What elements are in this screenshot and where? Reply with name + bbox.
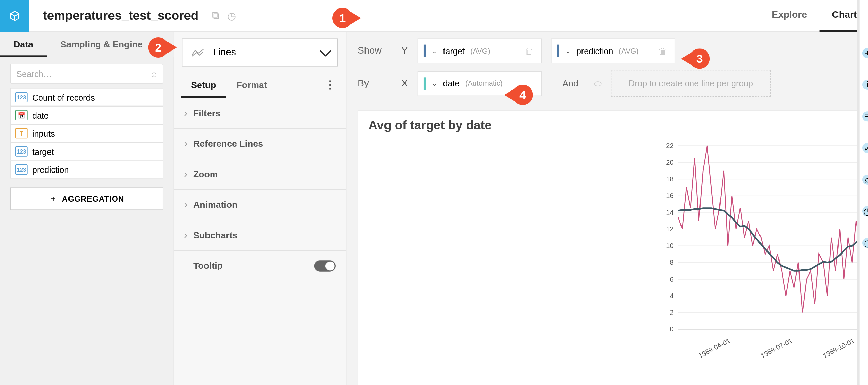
- main-nav: ExploreChartsStatisticsData QualityMetri…: [759, 0, 868, 31]
- lines-chart-icon: [192, 48, 204, 57]
- field-count-of-records[interactable]: 123Count of records: [10, 88, 163, 106]
- section-tooltip[interactable]: Tooltip: [174, 250, 346, 281]
- svg-text:6: 6: [670, 276, 673, 283]
- chart-type-select[interactable]: Lines: [182, 38, 338, 66]
- svg-text:0: 0: [670, 325, 673, 333]
- txt-type-icon: T: [15, 128, 28, 138]
- num-type-icon: 123: [15, 164, 28, 175]
- data-panel: DataSampling & Engine Search… 123Count o…: [0, 32, 174, 385]
- setup-more-icon[interactable]: ⋮: [321, 78, 339, 93]
- nav-explore[interactable]: Explore: [759, 0, 819, 31]
- rail-check-icon[interactable]: ✓: [862, 143, 868, 153]
- num-type-icon: 123: [15, 92, 28, 102]
- date-type-icon: 📅: [15, 110, 28, 120]
- field-inputs[interactable]: Tinputs: [10, 124, 163, 142]
- chart-title: Avg of target by date: [369, 118, 868, 133]
- aggregation-button[interactable]: ＋AGGREGATION: [10, 187, 163, 210]
- show-label: Show: [358, 45, 392, 56]
- y-pill-target[interactable]: ⌄ target(AVG) 🗑: [418, 38, 542, 63]
- tooltip-toggle[interactable]: [314, 260, 336, 271]
- rail-scope-icon[interactable]: ⌕: [862, 175, 868, 185]
- svg-text:1989-07-01: 1989-07-01: [760, 337, 794, 359]
- section-reference-lines[interactable]: Reference Lines: [174, 128, 346, 159]
- x-axis-label: X: [401, 78, 409, 89]
- chart-config: Show Y ⌄ target(AVG) 🗑 ⌄ prediction(AVG)…: [347, 32, 868, 385]
- svg-text:22: 22: [666, 142, 673, 149]
- svg-text:16: 16: [666, 192, 673, 199]
- droplet-icon: ⬭: [594, 78, 602, 88]
- field-search-input[interactable]: Search…: [10, 64, 163, 83]
- copy-icon[interactable]: ⧉: [212, 9, 219, 22]
- dataset-name: temperatures_test_scored: [37, 8, 198, 23]
- field-date[interactable]: 📅date: [10, 106, 163, 124]
- field-target[interactable]: 123target: [10, 142, 163, 160]
- rail-chat-icon[interactable]: ◌: [862, 238, 868, 248]
- setup-panel: Lines SetupFormat⋮ FiltersReference Line…: [174, 32, 346, 385]
- rail-list-icon[interactable]: ≡: [862, 111, 868, 121]
- svg-text:10: 10: [666, 242, 673, 249]
- svg-text:20: 20: [666, 159, 673, 166]
- dataset-meta-icons: ⧉ ◷: [212, 9, 236, 22]
- svg-text:1989-04-01: 1989-04-01: [697, 337, 731, 359]
- setup-tab-format[interactable]: Format: [226, 74, 277, 98]
- right-sidebar: + i ≡ ✓ ⌕ ◷ ◌: [857, 0, 868, 385]
- header: temperatures_test_scored ⧉ ◷ ExploreChar…: [0, 0, 868, 32]
- history-icon[interactable]: ◷: [227, 9, 236, 22]
- callout-2: 2: [148, 37, 177, 58]
- svg-text:12: 12: [666, 225, 673, 233]
- svg-text:18: 18: [666, 175, 673, 183]
- y-axis-label: Y: [401, 45, 409, 56]
- y-pill-prediction[interactable]: ⌄ prediction(AVG) 🗑: [551, 38, 675, 63]
- callout-3: 3: [681, 48, 710, 69]
- and-label: And: [562, 78, 578, 88]
- data-tab-data[interactable]: Data: [0, 32, 47, 57]
- group-dropzone[interactable]: Drop to create one line per group: [611, 70, 770, 97]
- callout-4: 4: [504, 85, 533, 105]
- svg-text:8: 8: [670, 259, 673, 266]
- num-type-icon: 123: [15, 146, 28, 157]
- trash-icon[interactable]: 🗑: [525, 46, 533, 56]
- dataset-icon[interactable]: [0, 0, 29, 31]
- by-label: By: [358, 78, 392, 89]
- svg-text:2: 2: [670, 309, 673, 316]
- rail-clock-icon[interactable]: ◷: [862, 206, 868, 216]
- svg-text:1989-10-01: 1989-10-01: [822, 337, 856, 359]
- line-chart: 02468101214161820221989-04-011989-07-011…: [369, 140, 868, 360]
- data-tab-sampling[interactable]: Sampling & Engine: [47, 32, 156, 57]
- section-filters[interactable]: Filters: [174, 98, 346, 128]
- section-animation[interactable]: Animation: [174, 189, 346, 220]
- section-zoom[interactable]: Zoom: [174, 159, 346, 189]
- field-prediction[interactable]: 123prediction: [10, 160, 163, 178]
- svg-text:14: 14: [666, 209, 673, 216]
- rail-add-icon[interactable]: +: [862, 48, 868, 58]
- section-subcharts[interactable]: Subcharts: [174, 220, 346, 250]
- setup-tab-setup[interactable]: Setup: [181, 74, 226, 98]
- svg-text:4: 4: [670, 292, 673, 300]
- rail-info-icon[interactable]: i: [862, 80, 868, 90]
- trash-icon[interactable]: 🗑: [658, 46, 667, 56]
- callout-1: 1: [332, 8, 361, 28]
- chart-card: Avg of target by date 723 records (Day) …: [358, 110, 868, 385]
